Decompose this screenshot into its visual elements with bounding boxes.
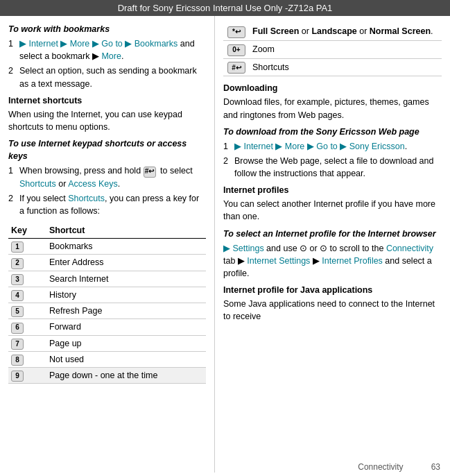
- bookmarks-steps: 1 ▶ Internet ▶ More ▶ Go to ▶ Bookmarks …: [8, 37, 206, 90]
- page-footer: Connectivity 63: [358, 462, 440, 472]
- col-shortcut: Shortcut: [46, 223, 206, 239]
- table-row: 5 Refresh Page: [8, 303, 206, 319]
- key-badge-7: 7: [11, 339, 24, 350]
- java-heading: Internet profile for Java applications: [223, 284, 442, 296]
- page-number: 63: [431, 462, 440, 472]
- key-badge-1: 1: [11, 241, 24, 253]
- right-shortcut-table: *↩ Full Screen or Landscape or Normal Sc…: [223, 23, 442, 76]
- downloading-heading: Downloading: [223, 82, 442, 94]
- left-column: To work with bookmarks 1 ▶ Internet ▶ Mo…: [0, 16, 215, 473]
- downloading-para: Download files, for example, pictures, t…: [223, 96, 442, 121]
- sony-heading: To download from the Sony Ericsson Web p…: [223, 126, 442, 138]
- select-profile-heading: To select an Internet profile for the In…: [223, 228, 442, 240]
- col-key: Key: [8, 223, 46, 239]
- key-badge-6: 6: [11, 323, 24, 334]
- key-badge-hash: #↩: [227, 62, 245, 74]
- shortcuts-para: When using the Internet, you can use key…: [8, 108, 206, 133]
- access-steps: 1 When browsing, press and hold #↩ to se…: [8, 164, 206, 217]
- page-header: Draft for Sony Ericsson Internal Use Onl…: [0, 0, 450, 16]
- table-row-highlight: 9 Page down - one at the time: [8, 368, 206, 384]
- table-row: 7 Page up: [8, 335, 206, 351]
- key-badge-0: 0+: [227, 44, 245, 56]
- key-badge-9: 9: [11, 371, 24, 382]
- table-row: 1 Bookmarks: [8, 239, 206, 255]
- java-para: Some Java applications need to connect t…: [223, 298, 442, 323]
- table-row: 6 Forward: [8, 319, 206, 335]
- table-row: 8 Not used: [8, 351, 206, 367]
- key-badge-5: 5: [11, 306, 24, 317]
- profiles-para: You can select another Internet profile …: [223, 198, 442, 223]
- shortcut-table: Key Shortcut 1 Bookmarks 2 Enter Address…: [8, 223, 206, 384]
- bookmarks-heading: To work with bookmarks: [8, 23, 206, 35]
- right-column: *↩ Full Screen or Landscape or Normal Sc…: [215, 16, 450, 473]
- table-row: #↩ Shortcuts: [223, 58, 442, 76]
- select-profile-text: ▶ Settings and use ⊙ or ⊙ to scroll to t…: [223, 242, 442, 280]
- sony-steps: 1 ▶ Internet ▶ More ▶ Go to ▶ Sony Erics…: [223, 140, 442, 180]
- table-row: 3 Search Internet: [8, 271, 206, 287]
- table-row: 2 Enter Address: [8, 255, 206, 271]
- hash-key-badge: #↩: [144, 167, 156, 178]
- profiles-heading: Internet profiles: [223, 184, 442, 196]
- key-badge-8: 8: [11, 355, 24, 366]
- table-row: 0+ Zoom: [223, 40, 442, 58]
- footer-label: Connectivity: [358, 462, 403, 472]
- key-badge-2: 2: [11, 258, 24, 269]
- table-row: *↩ Full Screen or Landscape or Normal Sc…: [223, 23, 442, 40]
- table-row: 4 History: [8, 287, 206, 303]
- key-badge-star: *↩: [227, 26, 245, 38]
- key-badge-4: 4: [11, 290, 24, 301]
- access-heading: To use Internet keypad shortcuts or acce…: [8, 137, 206, 162]
- key-badge-3: 3: [11, 274, 24, 285]
- shortcuts-section-heading: Internet shortcuts: [8, 94, 206, 107]
